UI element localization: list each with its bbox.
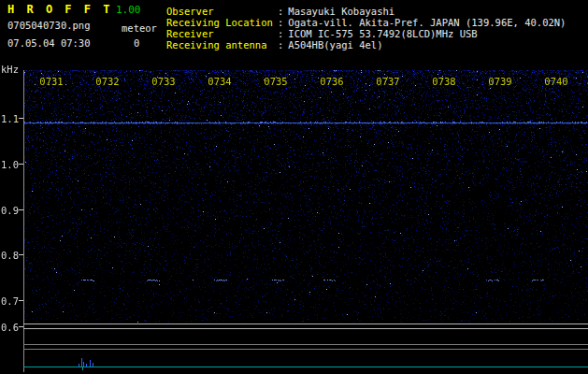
echo-count: 0 bbox=[134, 37, 139, 49]
freq-label: 1.0 bbox=[0, 159, 19, 170]
info-label: Receiving antenna bbox=[166, 39, 278, 50]
time-label: 0732 bbox=[95, 76, 120, 87]
level-trace-canvas bbox=[23, 353, 588, 374]
spectrogram-canvas bbox=[23, 70, 588, 323]
info-row: Receiving Location : Ogata-vill. Akita-P… bbox=[166, 17, 566, 28]
time-label: 0737 bbox=[376, 76, 400, 87]
info-separator: : bbox=[278, 17, 283, 28]
freq-label: 0.9 bbox=[0, 205, 19, 216]
info-label: Receiver bbox=[166, 28, 278, 39]
hrofft-screen: H R O F F T 1.00 0705040730.png meteor 0… bbox=[0, 0, 588, 374]
time-label: 0733 bbox=[151, 76, 176, 87]
time-label: 0735 bbox=[264, 76, 288, 87]
info-row: Receiving antenna : A504HB(yagi 4el) bbox=[166, 39, 382, 50]
level-gridline bbox=[23, 328, 588, 329]
level-gridline bbox=[23, 349, 588, 350]
y-axis-line bbox=[23, 70, 24, 372]
time-label: 0738 bbox=[432, 76, 456, 87]
freq-label: 0.7 bbox=[0, 295, 19, 307]
info-separator: : bbox=[278, 6, 283, 17]
time-label: 0740 bbox=[544, 76, 568, 87]
info-separator: : bbox=[278, 28, 283, 39]
info-row: Observer : Masayuki Kobayashi bbox=[166, 6, 394, 17]
level-gridline bbox=[23, 344, 588, 345]
info-value: ICOM IC-575 53.7492(8LCD)MHz USB bbox=[288, 28, 477, 39]
time-label: 0734 bbox=[208, 76, 232, 87]
info-separator: : bbox=[278, 39, 283, 50]
info-label: Receiving Location bbox=[166, 17, 278, 28]
freq-label: 1.1 bbox=[0, 113, 19, 124]
app-version: 1.00 bbox=[116, 4, 141, 16]
freq-unit-label: kHz bbox=[0, 64, 19, 75]
info-value: A504HB(yagi 4el) bbox=[288, 39, 382, 50]
info-label: Observer bbox=[166, 6, 278, 17]
freq-label: 0.6 bbox=[0, 322, 19, 333]
info-row: Receiver : ICOM IC-575 53.7492(8LCD)MHz … bbox=[166, 28, 478, 39]
freq-label: 0.8 bbox=[0, 250, 19, 261]
level-gridline bbox=[23, 324, 588, 324]
info-value: Ogata-vill. Akita-Pref. JAPAN (139.96E, … bbox=[288, 17, 566, 28]
mode-label: meteor bbox=[122, 22, 157, 34]
app-title: H R O F F T bbox=[7, 3, 112, 16]
info-value: Masayuki Kobayashi bbox=[288, 6, 394, 17]
time-label: 0731 bbox=[39, 76, 64, 87]
filename-label: 0705040730.png bbox=[7, 20, 91, 31]
time-label: 0736 bbox=[320, 76, 344, 87]
time-label: 0739 bbox=[488, 76, 512, 87]
datetime-label: 07.05.04 07:30 bbox=[7, 37, 91, 49]
